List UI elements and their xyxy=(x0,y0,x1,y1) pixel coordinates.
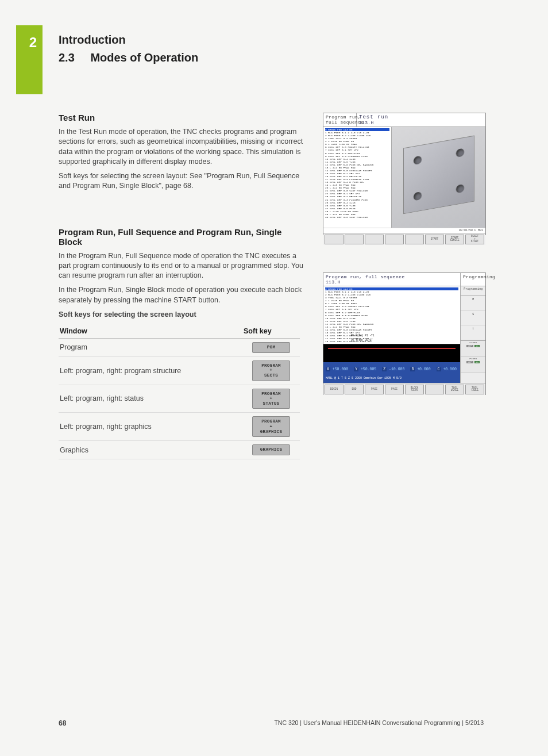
section-test-run: Test Run In the Test Run mode of operati… xyxy=(59,113,306,191)
softkey-button[interactable]: PGM xyxy=(252,342,290,353)
softkey-button[interactable]: PROGRAM + SECTS xyxy=(252,360,290,381)
chapter-side-tab: 2 xyxy=(16,25,43,94)
section-row: 2.3 Modes of Operation xyxy=(59,51,198,64)
table-row: Left: program, right: program structureP… xyxy=(59,356,300,385)
fig2-program-listing: 0 BEGIN PGM 113 MM 1 BLK FORM 0.1 Z X+0 … xyxy=(323,286,460,344)
fig2-right-mode: Programming xyxy=(460,273,485,286)
table-cell-window: Program xyxy=(59,339,242,357)
fig2-status-line: MANL @ 1 T 5 Z S 2000 0mm/min Our 100% M… xyxy=(323,376,460,383)
softkey-button[interactable]: GRAPHICS xyxy=(252,444,290,455)
page-footer: 68 TNC 320 | User's Manual HEIDENHAIN Co… xyxy=(59,719,484,727)
fig2-override-cell[interactable]: S100%OFF ON xyxy=(461,341,485,357)
section-number: 2.3 xyxy=(59,51,75,64)
table-cell-window: Left: program, right: status xyxy=(59,385,242,413)
fig2-graphics-panel xyxy=(323,344,460,362)
table-cell-softkey: PROGRAM + SECTS xyxy=(242,356,300,385)
fig2-axis-display: X +50.000 Y +50.005 Z -10.000 B +0.000 C… xyxy=(323,362,460,376)
chapter-title: Introduction xyxy=(59,33,198,47)
program-run-para1: In the Program Run, Full Sequence mode o… xyxy=(59,251,306,281)
footer-text: TNC 320 | User's Manual HEIDENHAIN Conve… xyxy=(274,719,484,727)
fig1-titlebar: Program run, full sequence Test run 113.… xyxy=(323,113,485,127)
fig2-softkey[interactable]: PAGE xyxy=(385,385,404,394)
table-cell-softkey: PROGRAM + STATUS xyxy=(242,385,300,413)
axis-Z-label: Z xyxy=(382,367,387,371)
heading-test-run: Test Run xyxy=(59,113,306,122)
fig2-titlebar: Program run, full sequence 113.H Program… xyxy=(323,273,485,286)
fig2-file-name: 113.H xyxy=(326,279,458,285)
fig1-softkey-row: STARTSTART SINGLERESET + START xyxy=(323,233,485,245)
program-run-para2: In the Program Run, Single Block mode of… xyxy=(59,285,306,305)
fig2-softkey-row: BEGINENDPAGEPAGEBLOCK SCANTOOL USAGETOOL… xyxy=(323,383,485,395)
axis-Y-value: +50.005 xyxy=(361,367,376,371)
table-header-softkey: Soft key xyxy=(242,324,300,339)
axis-Y-label: Y xyxy=(354,367,358,371)
fig2-softkey[interactable] xyxy=(425,385,444,394)
table-row: Left: program, right: graphicsPROGRAM + … xyxy=(59,413,300,441)
table-cell-window: Left: program, right: graphics xyxy=(59,413,242,441)
softkey-table-caption: Soft keys for selecting the screen layou… xyxy=(59,310,306,320)
fig1-softkey[interactable] xyxy=(365,235,384,244)
softkey-button[interactable]: PROGRAM + GRAPHICS xyxy=(252,416,290,437)
page-number: 68 xyxy=(59,719,66,727)
fig1-softkey[interactable] xyxy=(325,235,344,244)
axis-X-label: X xyxy=(326,367,330,371)
fig2-cursor-info: 0% X(Nm) P1 -T1 xyxy=(351,334,375,337)
fig2-time-info: 0% Y(Nm) 08:07 xyxy=(351,339,373,341)
table-cell-window: Left: program, right: program structure xyxy=(59,356,242,385)
section-program-run: Program Run, Full Sequence and Program R… xyxy=(59,227,306,459)
fig2-right-sidebar: Programming MST S100%OFF ONF100%OFF ON xyxy=(460,286,485,383)
figure-test-run-screenshot: Program run, full sequence Test run 113.… xyxy=(323,113,486,235)
fig1-softkey[interactable]: START SINGLE xyxy=(445,235,464,244)
heading-program-run: Program Run, Full Sequence and Program R… xyxy=(59,227,306,247)
fig2-code-line: 18 CYCL DEF 5.4 RADIUS F100 DR- xyxy=(325,340,458,343)
table-cell-softkey: GRAPHICS xyxy=(242,441,300,459)
softkey-layout-table: Window Soft key ProgramPGMLeft: program,… xyxy=(59,324,300,459)
fig2-override-cell[interactable]: F100%OFF ON xyxy=(461,357,485,373)
axis-B-label: B xyxy=(410,367,415,371)
table-header-window: Window xyxy=(59,324,242,339)
table-row: GraphicsGRAPHICS xyxy=(59,441,300,459)
fig1-mode-left: Program run, full sequence xyxy=(323,113,357,126)
fig1-softkey[interactable] xyxy=(345,235,364,244)
chapter-number: 2 xyxy=(29,34,37,51)
page-header: Introduction 2.3 Modes of Operation xyxy=(59,33,198,64)
fig1-program-listing: 0 BEGIN PGM 113 MM 1 BLK FORM 0.1 Z X+0 … xyxy=(323,127,391,228)
fig2-softkey[interactable]: TOOL TABLE xyxy=(465,385,484,394)
axis-Z-value: -10.000 xyxy=(389,367,404,371)
fig1-mode-title: Test run xyxy=(359,114,483,120)
fig1-softkey[interactable]: RESET + START xyxy=(465,235,484,244)
fig1-status-line: 00:01:58 F M01 xyxy=(323,228,485,233)
page-content: Program run, full sequence Test run 113.… xyxy=(59,113,489,459)
table-cell-softkey: PGM xyxy=(242,339,300,357)
axis-B-value: +0.000 xyxy=(417,367,430,371)
fig2-mode-title: Program run, full sequence xyxy=(326,274,458,279)
table-row: Left: program, right: statusPROGRAM + ST… xyxy=(59,385,300,413)
softkey-button[interactable]: PROGRAM + STATUS xyxy=(252,389,290,409)
fig2-right-cell[interactable]: S xyxy=(461,310,485,325)
section-title: Modes of Operation xyxy=(90,51,198,64)
table-cell-softkey: PROGRAM + GRAPHICS xyxy=(242,413,300,441)
table-row: ProgramPGM xyxy=(59,339,300,357)
fig1-file-name: 113.H xyxy=(359,120,483,125)
fig2-softkey[interactable]: PAGE xyxy=(365,385,384,394)
test-run-para2: Soft keys for selecting the screen layou… xyxy=(59,171,306,191)
fig2-right-head: Programming xyxy=(461,286,485,296)
fig2-softkey[interactable]: BLOCK SCAN xyxy=(405,385,424,394)
figure-program-run-screenshot: Program run, full sequence 113.H Program… xyxy=(323,273,486,395)
fig1-code-line: 30 CYCL DEF 3.0 SLOT MILLING xyxy=(325,216,389,218)
fig1-softkey[interactable] xyxy=(405,235,424,244)
axis-C-value: +0.000 xyxy=(443,367,456,371)
fig2-softkey[interactable]: END xyxy=(345,385,364,394)
fig2-softkey[interactable]: TOOL USAGE xyxy=(445,385,464,394)
fig1-softkey[interactable]: START xyxy=(425,235,444,244)
fig1-softkey[interactable] xyxy=(385,235,404,244)
axis-X-value: +50.000 xyxy=(333,367,348,371)
table-cell-window: Graphics xyxy=(59,441,242,459)
test-run-para1: In the Test Run mode of operation, the T… xyxy=(59,127,306,167)
fig2-right-cell[interactable]: T xyxy=(461,325,485,340)
fig1-3d-preview xyxy=(391,127,485,228)
fig2-right-cell[interactable]: M xyxy=(461,296,485,310)
axis-C-label: C xyxy=(437,367,441,371)
fig2-softkey[interactable]: BEGIN xyxy=(325,385,344,394)
